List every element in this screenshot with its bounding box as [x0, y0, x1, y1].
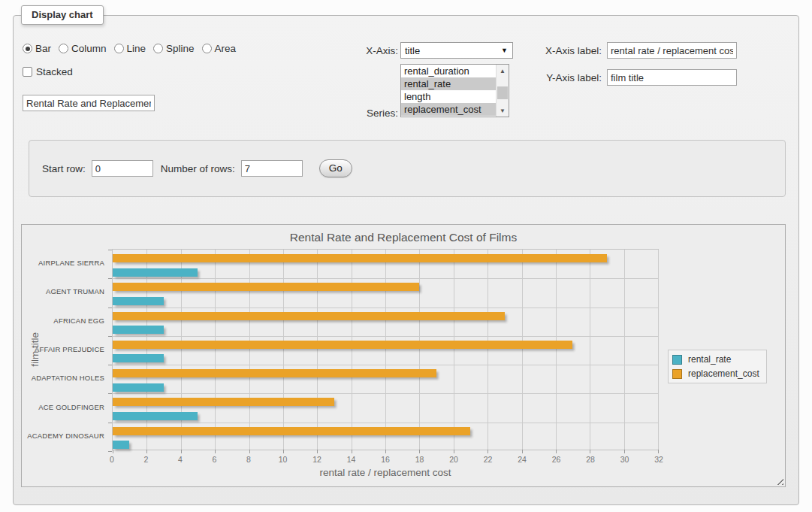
x-tick-label: 8: [237, 455, 260, 464]
gridline-vertical: [454, 250, 454, 450]
y-category-label: AFFAIR PREJUDICE: [22, 345, 104, 353]
x-tick-label: 6: [204, 455, 226, 464]
start-row-input[interactable]: [92, 160, 153, 177]
gridline-horizontal: [113, 308, 658, 308]
radio-label: Area: [215, 43, 237, 54]
resize-handle-icon[interactable]: [774, 476, 783, 485]
bar-rental_rate[interactable]: [113, 441, 129, 449]
page: Display chart BarColumnLineSplineArea St…: [0, 0, 812, 512]
listbox-scrollbar[interactable]: ▲ ▼: [496, 65, 509, 117]
radio-icon[interactable]: [153, 44, 163, 53]
series-option-rental_rate[interactable]: rental_rate: [401, 77, 496, 90]
x-tick-label: 4: [169, 455, 192, 464]
x-tick-label: 22: [477, 455, 500, 464]
y-category-label: ACE GOLDFINGER: [22, 403, 104, 411]
legend-item-rental_rate[interactable]: rental_rate: [672, 354, 759, 365]
radio-column[interactable]: Column: [59, 43, 107, 54]
radio-area[interactable]: Area: [202, 43, 237, 54]
legend-item-replacement_cost[interactable]: replacement_cost: [672, 368, 759, 379]
chart-title-input[interactable]: [23, 95, 155, 111]
x-tick-label: 20: [442, 455, 465, 464]
xaxis-label-input[interactable]: [607, 42, 737, 59]
bar-replacement_cost[interactable]: [113, 341, 572, 349]
bar-rental_rate[interactable]: [113, 326, 164, 334]
bar-rental_rate[interactable]: [113, 354, 164, 362]
xaxis-select[interactable]: title ▼: [400, 42, 513, 59]
x-tick-label: 16: [374, 455, 397, 464]
y-axis-tick: [108, 308, 112, 308]
x-tick-label: 30: [614, 455, 636, 464]
chart-title: Rental Rate and Replacement Cost of Film…: [22, 231, 785, 244]
bar-replacement_cost[interactable]: [113, 427, 470, 435]
bar-replacement_cost[interactable]: [113, 254, 607, 262]
stacked-label: Stacked: [36, 66, 73, 77]
yaxis-label-label: Y-Axis label:: [524, 72, 602, 83]
bar-rental_rate[interactable]: [113, 383, 164, 392]
bar-replacement_cost[interactable]: [113, 283, 419, 291]
bar-replacement_cost[interactable]: [113, 369, 436, 377]
y-category-label: AIRPLANE SIERRA: [22, 259, 104, 267]
radio-icon[interactable]: [114, 44, 124, 53]
scrollbar-track[interactable]: [497, 77, 509, 105]
bar-replacement_cost[interactable]: [113, 312, 505, 320]
xaxis-label-label: X-Axis label:: [524, 45, 602, 56]
gridline-horizontal: [113, 423, 658, 423]
radio-icon[interactable]: [59, 44, 68, 53]
gridline-vertical: [352, 250, 352, 450]
radio-icon[interactable]: [202, 44, 212, 53]
x-axis-tick: [385, 450, 386, 453]
series-option-rental_duration[interactable]: rental_duration: [401, 65, 496, 77]
radio-bar[interactable]: Bar: [23, 43, 51, 54]
radio-icon[interactable]: [23, 44, 32, 53]
yaxis-label-input[interactable]: [607, 69, 737, 86]
y-axis-tick: [108, 423, 112, 423]
x-tick-label: 12: [306, 455, 328, 464]
x-tick-label: 2: [135, 455, 158, 464]
y-category-label: AFRICAN EGG: [22, 317, 104, 325]
series-option-length[interactable]: length: [401, 90, 496, 103]
y-axis-tick: [108, 451, 112, 452]
scrollbar-thumb[interactable]: [497, 86, 508, 99]
legend-label: replacement_cost: [688, 368, 759, 379]
gridline-horizontal: [113, 278, 658, 279]
bar-rental_rate[interactable]: [113, 412, 198, 420]
gridline-vertical: [385, 250, 386, 450]
x-tick-label: 14: [340, 455, 363, 464]
y-axis-tick: [108, 336, 112, 337]
radio-label: Spline: [166, 43, 195, 54]
y-axis-tick: [108, 250, 112, 250]
bar-rental_rate[interactable]: [113, 297, 164, 305]
gridline-vertical: [419, 250, 420, 450]
x-axis-tick: [590, 450, 590, 453]
stacked-checkbox-row[interactable]: Stacked: [23, 66, 73, 77]
x-axis-tick: [419, 450, 420, 453]
scroll-down-icon[interactable]: ▼: [497, 105, 509, 117]
radio-label: Line: [127, 43, 146, 54]
scroll-up-icon[interactable]: ▲: [497, 65, 509, 77]
x-axis-tick: [181, 450, 182, 453]
y-category-label: ACADEMY DINOSAUR: [22, 432, 104, 440]
stacked-checkbox[interactable]: [23, 67, 32, 77]
x-axis-title: rental rate / replacement cost: [112, 467, 659, 478]
x-tick-label: 18: [409, 455, 431, 464]
radio-spline[interactable]: Spline: [153, 43, 195, 54]
x-axis-tick-labels: 02468101214161820222426283032: [112, 455, 660, 465]
series-listbox[interactable]: rental_durationrental_ratelengthreplacem…: [400, 64, 509, 117]
bar-replacement_cost[interactable]: [113, 398, 334, 406]
x-axis-tick: [283, 450, 284, 453]
legend-swatch-rental_rate: [672, 355, 682, 365]
x-axis-tick: [113, 450, 113, 453]
bar-rental_rate[interactable]: [113, 268, 198, 277]
radio-line[interactable]: Line: [114, 43, 146, 54]
chart-legend: rental_ratereplacement_cost: [668, 350, 767, 383]
y-axis-tick: [108, 393, 112, 394]
y-category-label: ADAPTATION HOLES: [22, 374, 104, 382]
y-axis-category-labels: AIRPLANE SIERRAAGENT TRUMANAFRICAN EGGAF…: [22, 249, 104, 450]
x-axis-tick: [658, 450, 659, 453]
gridline-horizontal: [113, 365, 658, 365]
num-rows-input[interactable]: [241, 160, 303, 177]
legend-label: rental_rate: [688, 354, 731, 365]
chart-container: Rental Rate and Replacement Cost of Film…: [21, 224, 786, 487]
go-button[interactable]: Go: [319, 159, 352, 177]
series-option-replacement_cost[interactable]: replacement_cost: [401, 103, 496, 116]
